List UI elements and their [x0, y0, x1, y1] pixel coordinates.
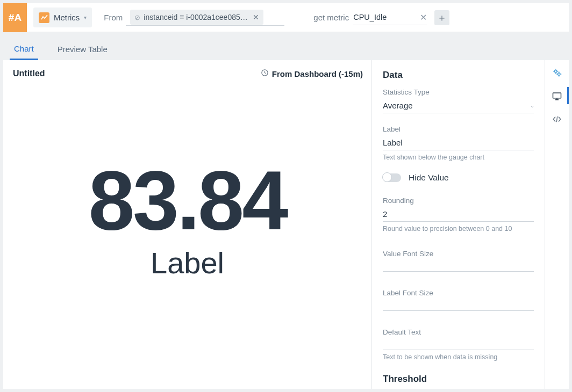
- tab-preview-table[interactable]: Preview Table: [53, 37, 112, 60]
- data-panel: Data Statistics Type Average ⌵ Label Tex…: [372, 60, 545, 389]
- data-section-title: Data: [383, 70, 534, 81]
- gauge-body: 83.84 Label: [3, 83, 371, 389]
- toggle-knob: [382, 172, 392, 182]
- display-icon[interactable]: [550, 92, 563, 103]
- top-bar: #A Metrics ▾ From ⊘ instanceid = i-0002a…: [3, 3, 569, 32]
- chart-title[interactable]: Untitled: [13, 69, 45, 78]
- hide-value-toggle[interactable]: [383, 173, 401, 182]
- label-field-group: Label Text shown below the gauge chart: [383, 125, 534, 161]
- filter-chip-text: instanceid = i-0002a1cee085…: [144, 13, 247, 21]
- chevron-down-icon: ▾: [84, 14, 87, 20]
- chart-pane: Untitled From Dashboard (-15m) 83.84 Lab…: [3, 60, 372, 389]
- label-hint: Text shown below the gauge chart: [383, 154, 534, 161]
- label-input[interactable]: [383, 135, 534, 150]
- gauge-value: 83.84: [89, 159, 287, 242]
- rounding-field-group: Rounding Round value to precision betwee…: [383, 197, 534, 233]
- metric-field[interactable]: ✕: [353, 10, 427, 25]
- from-filter-field[interactable]: ⊘ instanceid = i-0002a1cee085… ✕: [126, 10, 284, 26]
- svg-rect-3: [553, 93, 561, 98]
- label-font-input[interactable]: [383, 299, 534, 311]
- clock-icon: [261, 69, 269, 78]
- ban-icon: ⊘: [134, 13, 140, 21]
- main-area: Untitled From Dashboard (-15m) 83.84 Lab…: [3, 60, 569, 389]
- metric-input[interactable]: [353, 13, 407, 21]
- right-rail: [545, 60, 569, 389]
- chevron-down-icon: ⌵: [531, 103, 534, 108]
- datasource-dropdown[interactable]: Metrics ▾: [33, 8, 92, 27]
- default-text-hint: Text to be shown when data is missing: [383, 353, 534, 361]
- svg-point-2: [558, 73, 561, 76]
- add-query-button[interactable]: ＋: [434, 10, 449, 25]
- settings-icon[interactable]: [550, 68, 563, 80]
- hide-value-label: Hide Value: [409, 173, 449, 183]
- clear-metric-icon[interactable]: ✕: [420, 12, 427, 23]
- stats-field-group: Statistics Type Average ⌵: [383, 88, 534, 113]
- tab-row: Chart Preview Table: [3, 32, 569, 60]
- rounding-input[interactable]: [383, 207, 534, 222]
- filter-chip[interactable]: ⊘ instanceid = i-0002a1cee085… ✕: [130, 10, 263, 25]
- svg-point-1: [555, 70, 557, 73]
- rail-active-indicator: [567, 87, 569, 104]
- timerange-button[interactable]: From Dashboard (-15m): [261, 69, 363, 78]
- label-font-label: Label Font Size: [383, 289, 534, 297]
- chart-header: Untitled From Dashboard (-15m): [3, 60, 371, 83]
- rounding-label: Rounding: [383, 197, 534, 205]
- stats-label: Statistics Type: [383, 88, 534, 96]
- gauge-label: Label: [151, 245, 224, 280]
- datasource-label: Metrics: [54, 13, 80, 22]
- threshold-section-title: Threshold: [383, 374, 534, 384]
- default-text-input[interactable]: [383, 338, 534, 350]
- getmetric-label: get metric: [313, 13, 349, 22]
- query-tag[interactable]: #A: [3, 3, 27, 32]
- value-font-label: Value Font Size: [383, 250, 534, 258]
- stats-select[interactable]: Average ⌵: [383, 98, 534, 113]
- hide-value-row: Hide Value: [383, 173, 534, 183]
- remove-chip-icon[interactable]: ✕: [251, 13, 261, 21]
- from-label: From: [104, 13, 123, 22]
- default-text-label: Default Text: [383, 328, 534, 336]
- value-font-input[interactable]: [383, 260, 534, 272]
- label-label: Label: [383, 125, 534, 133]
- timerange-text: From Dashboard (-15m): [272, 69, 363, 78]
- app-frame: #A Metrics ▾ From ⊘ instanceid = i-0002a…: [0, 0, 572, 392]
- rounding-hint: Round value to precision between 0 and 1…: [383, 225, 534, 233]
- tab-chart[interactable]: Chart: [10, 37, 38, 60]
- metrics-icon: [39, 12, 49, 23]
- code-icon[interactable]: [550, 115, 563, 126]
- stats-value: Average: [383, 101, 413, 110]
